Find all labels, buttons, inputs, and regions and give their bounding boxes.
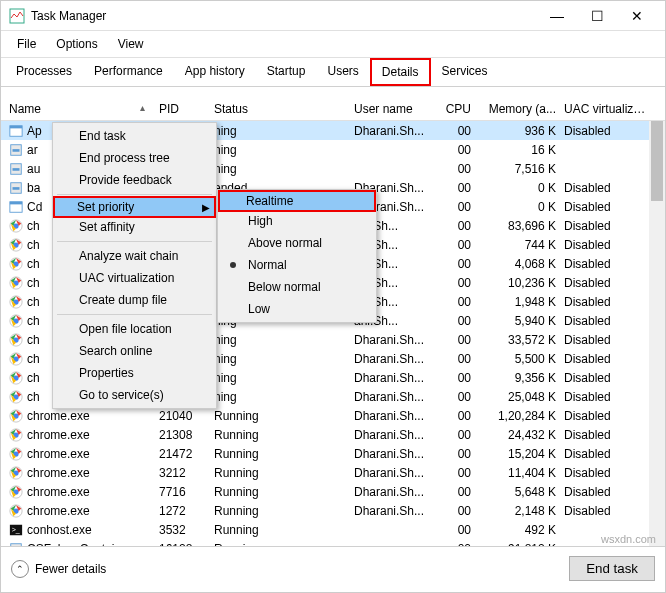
tab-users[interactable]: Users (316, 58, 369, 86)
priority-below-normal[interactable]: Below normal (220, 276, 374, 298)
cell-cpu: 00 (435, 542, 475, 547)
table-row[interactable]: chrome.exe1272RunningDharani.Sh...002,14… (1, 501, 665, 520)
table-row[interactable]: >_conhost.exe3532Running00492 K (1, 520, 665, 539)
menu-analyze-wait-chain[interactable]: Analyze wait chain (55, 245, 214, 267)
menu-uac-virtualization[interactable]: UAC virtualization (55, 267, 214, 289)
menu-file[interactable]: File (9, 35, 44, 53)
tab-details[interactable]: Details (370, 58, 431, 86)
cell-cpu: 00 (435, 276, 475, 290)
cell-cpu: 00 (435, 485, 475, 499)
tab-services[interactable]: Services (431, 58, 499, 86)
cell-cpu: 00 (435, 295, 475, 309)
cell-status: Running (210, 409, 350, 423)
table-row[interactable]: chrome.exe21472RunningDharani.Sh...0015,… (1, 444, 665, 463)
fewer-details-button[interactable]: ⌃ Fewer details (11, 560, 106, 578)
menu-set-affinity[interactable]: Set affinity (55, 216, 214, 238)
process-name: chrome.exe (27, 504, 90, 518)
column-headers: Name▴ PID Status User name CPU Memory (a… (1, 97, 665, 121)
column-status[interactable]: Status (210, 102, 350, 116)
cell-pid: 21472 (155, 447, 210, 461)
menu-search-online[interactable]: Search online (55, 340, 214, 362)
cell-cpu: 00 (435, 200, 475, 214)
cell-status: ning (210, 143, 350, 157)
end-task-button[interactable]: End task (569, 556, 655, 581)
column-user[interactable]: User name (350, 102, 435, 116)
table-row[interactable]: chrome.exe7716RunningDharani.Sh...005,64… (1, 482, 665, 501)
cell-memory: 7,516 K (475, 162, 560, 176)
cell-cpu: 00 (435, 238, 475, 252)
cell-uac: Disabled (560, 466, 655, 480)
priority-above-normal[interactable]: Above normal (220, 232, 374, 254)
process-grid[interactable]: ApningDharani.Sh...00936 KDisabledarning… (1, 121, 665, 546)
cell-uac: Disabled (560, 390, 655, 404)
cell-status: ning (210, 124, 350, 138)
cell-status: Running (210, 504, 350, 518)
status-bar: ⌃ Fewer details End task (1, 546, 665, 590)
tab-startup[interactable]: Startup (256, 58, 317, 86)
process-name: chrome.exe (27, 466, 90, 480)
tab-app-history[interactable]: App history (174, 58, 256, 86)
column-cpu[interactable]: CPU (435, 102, 475, 116)
cell-cpu: 00 (435, 314, 475, 328)
menu-separator (57, 314, 212, 315)
menu-options[interactable]: Options (48, 35, 105, 53)
process-name: chrome.exe (27, 409, 90, 423)
menu-create-dump-file[interactable]: Create dump file (55, 289, 214, 311)
table-row[interactable]: chrome.exe21308RunningDharani.Sh...0024,… (1, 425, 665, 444)
column-pid[interactable]: PID (155, 102, 210, 116)
maximize-button[interactable]: ☐ (577, 1, 617, 31)
column-name[interactable]: Name▴ (5, 102, 155, 116)
window-title: Task Manager (31, 9, 537, 23)
priority-low[interactable]: Low (220, 298, 374, 320)
cell-user: Dharani.Sh... (350, 504, 435, 518)
process-icon (9, 542, 23, 547)
process-icon (9, 390, 23, 404)
cell-cpu: 00 (435, 371, 475, 385)
priority-realtime[interactable]: Realtime (218, 190, 376, 212)
menu-view[interactable]: View (110, 35, 152, 53)
cell-status: Running (210, 428, 350, 442)
menu-properties[interactable]: Properties (55, 362, 214, 384)
tab-performance[interactable]: Performance (83, 58, 174, 86)
table-row[interactable]: CSFalconContainer.e16128Running0091,812 … (1, 539, 665, 546)
process-icon (9, 276, 23, 290)
cell-memory: 4,068 K (475, 257, 560, 271)
menu-provide-feedback[interactable]: Provide feedback (55, 169, 214, 191)
menu-go-to-service[interactable]: Go to service(s) (55, 384, 214, 406)
cell-cpu: 00 (435, 447, 475, 461)
menu-end-task[interactable]: End task (55, 125, 214, 147)
cell-uac: Disabled (560, 333, 655, 347)
submenu-arrow-icon: ▶ (202, 202, 210, 213)
process-icon (9, 466, 23, 480)
cell-status: Running (210, 523, 350, 537)
table-row[interactable]: chrome.exe3212RunningDharani.Sh...0011,4… (1, 463, 665, 482)
cell-memory: 25,048 K (475, 390, 560, 404)
close-button[interactable]: ✕ (617, 1, 657, 31)
process-icon (9, 504, 23, 518)
vertical-scrollbar[interactable] (649, 121, 665, 546)
cell-cpu: 00 (435, 466, 475, 480)
cell-uac: Disabled (560, 504, 655, 518)
process-name: chrome.exe (27, 428, 90, 442)
sort-arrow-icon: ▴ (140, 102, 145, 113)
menu-set-priority[interactable]: Set priority▶ (53, 196, 216, 218)
tab-processes[interactable]: Processes (5, 58, 83, 86)
column-uac[interactable]: UAC virtualizat... (560, 102, 655, 116)
menu-open-file-location[interactable]: Open file location (55, 318, 214, 340)
cell-pid: 3532 (155, 523, 210, 537)
cell-user: Dharani.Sh... (350, 124, 435, 138)
process-name: ch (27, 314, 40, 328)
column-memory[interactable]: Memory (a... (475, 102, 560, 116)
process-name: Cd (27, 200, 42, 214)
scrollbar-thumb[interactable] (651, 121, 663, 201)
cell-uac: Disabled (560, 314, 655, 328)
cell-cpu: 00 (435, 352, 475, 366)
process-icon (9, 124, 23, 138)
priority-normal[interactable]: Normal (220, 254, 374, 276)
minimize-button[interactable]: — (537, 1, 577, 31)
process-icon: >_ (9, 523, 23, 537)
cell-user: Dharani.Sh... (350, 352, 435, 366)
priority-high[interactable]: High (220, 210, 374, 232)
cell-memory: 24,432 K (475, 428, 560, 442)
menu-end-process-tree[interactable]: End process tree (55, 147, 214, 169)
